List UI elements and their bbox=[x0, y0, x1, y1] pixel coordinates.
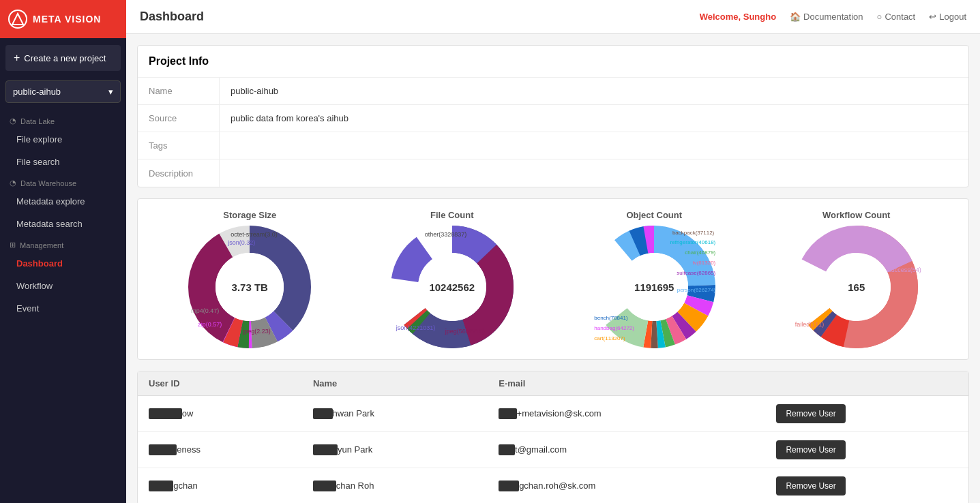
file-count-donut: 10242562 other(3328837) json(4221031) jp… bbox=[391, 226, 514, 348]
info-row-name: Name public-aihub bbox=[138, 78, 968, 105]
username: Sungho bbox=[743, 12, 776, 22]
sidebar-item-file-search[interactable]: File search bbox=[0, 151, 126, 173]
logout-link[interactable]: ↩ Logout bbox=[929, 12, 966, 22]
table-row: gchan chan Roh gchan.roh@sk.com Remove U… bbox=[138, 468, 968, 504]
storage-label-octet: octet-stream(3.0) bbox=[231, 231, 278, 238]
svg-point-35 bbox=[822, 253, 891, 321]
redacted-user-id bbox=[149, 408, 182, 419]
cell-email: gchan.roh@sk.com bbox=[488, 468, 765, 504]
col-user-id: User ID bbox=[138, 371, 302, 396]
chevron-down-icon: ▾ bbox=[108, 87, 113, 97]
obj-label-bench: bench(78841) bbox=[594, 315, 627, 321]
create-project-button[interactable]: + Create a new project bbox=[5, 45, 121, 71]
svg-point-9 bbox=[216, 253, 284, 321]
project-name-label: public-aihub bbox=[13, 87, 61, 97]
description-value bbox=[220, 159, 968, 187]
obj-label-chair: chair(46879) bbox=[685, 249, 715, 256]
col-name: Name bbox=[302, 371, 488, 396]
cell-action: Remove User bbox=[765, 396, 968, 432]
file-count-chart: File Count 10242562 other(3328837) json(… bbox=[351, 210, 554, 348]
sidebar-item-metadata-explore[interactable]: Metadata explore bbox=[0, 190, 126, 213]
storage-size-title: Storage Size bbox=[223, 210, 276, 220]
cell-user-id: eness bbox=[138, 432, 302, 468]
logout-icon: ↩ bbox=[929, 12, 936, 22]
project-selector[interactable]: public-aihub ▾ bbox=[5, 80, 121, 103]
source-label: Source bbox=[138, 105, 220, 132]
cell-action: Remove User bbox=[765, 432, 968, 468]
file-label-json: json(4221031) bbox=[396, 324, 436, 331]
info-row-source: Source public data from korea's aihub bbox=[138, 105, 968, 132]
remove-user-button[interactable]: Remove User bbox=[776, 476, 845, 496]
redacted-email bbox=[499, 408, 516, 419]
sidebar-item-dashboard[interactable]: Dashboard bbox=[0, 252, 126, 275]
tags-label: Tags bbox=[138, 132, 220, 159]
redacted-email bbox=[499, 444, 515, 455]
storage-label-json: json(0.32) bbox=[228, 239, 255, 246]
main-area: Dashboard Welcome, Sungho 🏠 Documentatio… bbox=[126, 0, 980, 503]
circle-icon: ○ bbox=[877, 12, 882, 22]
storage-label-mp4: mp4(0.47) bbox=[191, 307, 219, 314]
data-warehouse-icon: ◔ bbox=[10, 179, 16, 187]
description-label: Description bbox=[138, 159, 220, 187]
sidebar-item-file-explore[interactable]: File explore bbox=[0, 128, 126, 151]
table-row: eness yun Park t@gmail.com Remove User bbox=[138, 432, 968, 468]
storage-label-zip: zip(0.57) bbox=[198, 321, 222, 328]
management-icon: ⊞ bbox=[10, 241, 16, 249]
cell-action: Remove User bbox=[765, 468, 968, 504]
cell-user-id: ow bbox=[138, 396, 302, 432]
tags-value bbox=[220, 132, 968, 159]
obj-label-person: person(626274) bbox=[677, 287, 715, 293]
file-label-jpeg: jpeg(5652718) bbox=[445, 328, 485, 335]
object-count-title: Object Count bbox=[626, 210, 682, 220]
redacted-name bbox=[313, 408, 333, 419]
info-row-tags: Tags bbox=[138, 132, 968, 159]
redacted-name bbox=[313, 444, 338, 455]
redacted-email bbox=[499, 481, 519, 491]
storage-size-donut: 3.73 TB octet-stream(3.0) json(0.32) mp4… bbox=[188, 226, 311, 348]
logo-icon bbox=[8, 10, 27, 29]
workflow-count-donut: 165 success(54) failed(111) bbox=[795, 226, 918, 348]
storage-label-jpeg: jpeg(2.23) bbox=[243, 328, 271, 335]
remove-user-button[interactable]: Remove User bbox=[776, 440, 845, 459]
sidebar-item-workflow[interactable]: Workflow bbox=[0, 275, 126, 297]
redacted-user-id bbox=[149, 481, 173, 491]
project-info-title: Project Info bbox=[138, 46, 968, 78]
redacted-user-id bbox=[149, 444, 177, 455]
name-value: public-aihub bbox=[220, 78, 968, 104]
users-table: User ID Name E-mail ow hwan Park +metavi… bbox=[138, 371, 968, 503]
obj-label-fridge: refrigerator(40618) bbox=[670, 239, 716, 245]
contact-link[interactable]: ○ Contact bbox=[877, 12, 916, 22]
source-value: public data from korea's aihub bbox=[220, 105, 968, 132]
wf-label-failed: failed(111) bbox=[795, 321, 825, 328]
sidebar: META VISION + Create a new project publi… bbox=[0, 0, 126, 503]
workflow-count-title: Workflow Count bbox=[822, 210, 890, 220]
welcome-text: Welcome, Sungho bbox=[700, 12, 776, 22]
home-icon: 🏠 bbox=[790, 12, 801, 22]
obj-label-tv: tv(61320) bbox=[692, 260, 715, 266]
documentation-link[interactable]: 🏠 Documentation bbox=[790, 12, 863, 22]
topbar: Dashboard Welcome, Sungho 🏠 Documentatio… bbox=[126, 0, 980, 34]
data-lake-section: ◔ Data Lake bbox=[0, 111, 126, 128]
cell-name: yun Park bbox=[302, 432, 488, 468]
file-label-other: other(3328837) bbox=[425, 231, 467, 238]
content-area: Project Info Name public-aihub Source pu… bbox=[126, 34, 980, 503]
plus-icon: + bbox=[14, 52, 20, 64]
storage-size-chart: Storage Size 3.7 bbox=[149, 210, 351, 348]
svg-point-16 bbox=[418, 253, 486, 321]
cell-user-id: gchan bbox=[138, 468, 302, 504]
obj-label-handbag: handbag(64272) bbox=[594, 325, 634, 331]
redacted-name bbox=[313, 481, 336, 491]
object-count-chart: Object Count bbox=[553, 210, 756, 348]
users-table-body: ow hwan Park +metavision@sk.com Remove U… bbox=[138, 396, 968, 504]
remove-user-button[interactable]: Remove User bbox=[776, 404, 845, 423]
obj-label-suitcase: suitcase(62865) bbox=[677, 270, 715, 276]
charts-section: Storage Size 3.7 bbox=[137, 198, 969, 360]
users-table-section: User ID Name E-mail ow hwan Park +metavi… bbox=[137, 371, 969, 503]
file-count-title: File Count bbox=[430, 210, 474, 220]
data-lake-icon: ◔ bbox=[10, 117, 16, 125]
cell-name: chan Roh bbox=[302, 468, 488, 504]
sidebar-item-metadata-search[interactable]: Metadata search bbox=[0, 213, 126, 235]
sidebar-item-event[interactable]: Event bbox=[0, 297, 126, 320]
sidebar-header: META VISION bbox=[0, 0, 126, 38]
topbar-right: Welcome, Sungho 🏠 Documentation ○ Contac… bbox=[700, 12, 966, 22]
